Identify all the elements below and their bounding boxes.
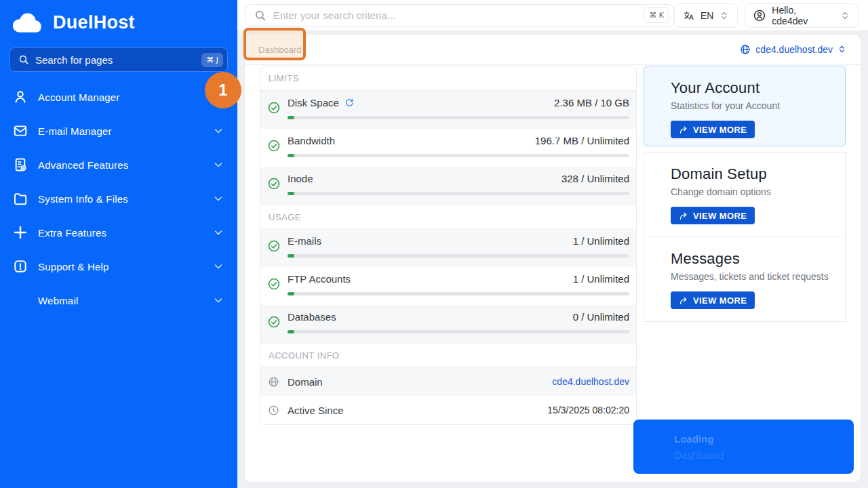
stat-label: Databases [288, 311, 336, 323]
sidebar-item-extra-features[interactable]: Extra Features [0, 216, 237, 249]
sidebar-item-webmail[interactable]: Webmail [0, 283, 237, 317]
domain-setup-card: Domain Setup Change domain options VIEW … [644, 152, 845, 237]
sidebar-item-label: Extra Features [38, 227, 203, 239]
breadcrumb[interactable]: Dashboard [258, 45, 302, 55]
progress-fill [288, 192, 294, 195]
button-label: VIEW MORE [693, 125, 747, 135]
progress-bar [288, 192, 629, 195]
global-search[interactable]: ⌘ K [245, 4, 674, 27]
info-label: Domain [288, 376, 323, 388]
view-more-account-button[interactable]: VIEW MORE [671, 121, 755, 138]
stat-row-inode: Inode 328 / Unlimited [260, 167, 636, 205]
stat-label: E-mails [288, 235, 321, 247]
your-account-card: Your Account Statistics for your Account… [644, 66, 846, 146]
check-circle-icon [268, 102, 280, 114]
brand-name: DuelHost [53, 12, 135, 33]
domain-link[interactable]: cde4.duelhost.dev [552, 376, 629, 387]
language-selector[interactable]: EN [674, 3, 738, 28]
sidebar-item-advanced-features[interactable]: Advanced Features [0, 148, 237, 182]
stats-card: LIMITS Disk Space 2.36 MB / 10 GB [260, 66, 637, 425]
stat-row-databases: Databases 0 / Unlimited [260, 305, 636, 343]
user-menu[interactable]: Hello, cde4dev [745, 3, 859, 28]
shortcut-badge: ⌘ J [201, 53, 223, 67]
user-greeting: Hello, cde4dev [772, 5, 834, 26]
brand[interactable]: DuelHost [0, 0, 237, 42]
cloud-logo-icon [9, 9, 45, 35]
progress-bar [288, 154, 629, 157]
stat-label: Inode [288, 173, 313, 184]
sidebar-item-label: Support & Help [38, 261, 203, 272]
stat-value: 1 / Unlimited [573, 273, 629, 285]
domain-selector-label: cde4.duelhost.dev [755, 44, 833, 55]
unfold-icon [840, 11, 850, 20]
section-header-account-info: ACCOUNT INFO [260, 343, 636, 367]
view-more-messages-button[interactable]: VIEW MORE [671, 291, 755, 309]
stat-label: Disk Space [288, 97, 339, 108]
alert-square-icon [13, 259, 28, 274]
check-circle-icon [268, 140, 280, 152]
global-search-input[interactable] [273, 9, 637, 21]
unfold-icon [837, 45, 847, 54]
progress-bar [288, 292, 629, 296]
chevron-down-icon [213, 159, 224, 170]
promo-group-card: Domain Setup Change domain options VIEW … [644, 152, 846, 322]
messages-card: Messages Messages, tickets and ticket re… [644, 237, 845, 321]
check-circle-icon [268, 240, 280, 252]
chevron-down-icon [213, 295, 224, 306]
stat-label: Bandwidth [288, 135, 335, 146]
folder-icon [13, 191, 28, 206]
shortcut-badge: ⌘ K [644, 7, 669, 23]
sidebar-item-label: Webmail [38, 295, 203, 306]
sidebar-item-system-info-files[interactable]: System Info & Files [0, 182, 237, 216]
globe-icon [740, 44, 751, 55]
card-subtitle: Messages, tickets and ticket requests [671, 271, 831, 282]
info-value: 15/3/2025 08:02:20 [547, 405, 629, 415]
view-more-domain-button[interactable]: VIEW MORE [671, 207, 755, 224]
card-subtitle: Statistics for your Account [671, 100, 831, 111]
unfold-icon [719, 11, 729, 20]
search-icon [18, 54, 29, 65]
content-card: Dashboard cde4.duelhost.dev LIMITS Disk … [244, 34, 861, 483]
stat-row-ftp-accounts: FTP Accounts 1 / Unlimited [260, 267, 636, 305]
sidebar-item-email-manager[interactable]: E-mail Manager [0, 114, 237, 148]
annotation-step-badge: 1 [205, 72, 241, 108]
sidebar-search[interactable]: ⌘ J [9, 47, 228, 72]
check-circle-icon [268, 278, 280, 290]
language-label: EN [701, 10, 713, 21]
stat-row-bandwidth: Bandwidth 196.7 MB / Unlimited [260, 129, 636, 167]
sidebar-nav: Account Manager E-mail Manager Advanced … [0, 80, 237, 317]
document-gear-icon [13, 157, 28, 172]
refresh-icon[interactable] [344, 98, 354, 108]
stat-value: 196.7 MB / Unlimited [535, 135, 629, 146]
progress-bar [288, 116, 629, 119]
breadcrumb-row: Dashboard cde4.duelhost.dev [245, 35, 861, 65]
chevron-down-icon [213, 261, 224, 272]
sidebar-item-label: System Info & Files [38, 193, 203, 205]
sidebar-item-support-help[interactable]: Support & Help [0, 249, 237, 283]
stat-value: 2.36 MB / 10 GB [554, 97, 629, 108]
plus-icon [13, 225, 28, 240]
button-label: VIEW MORE [693, 296, 747, 306]
domain-selector[interactable]: cde4.duelhost.dev [740, 44, 847, 55]
user-icon [13, 89, 28, 104]
toast-title: Loading [674, 433, 854, 445]
section-header-limits: LIMITS [260, 66, 636, 91]
stat-row-disk-space: Disk Space 2.36 MB / 10 GB [260, 91, 636, 129]
check-circle-icon [268, 316, 280, 328]
info-label: Active Since [288, 405, 344, 416]
info-row-active-since: Active Since 15/3/2025 08:02:20 [260, 396, 636, 424]
card-subtitle: Change domain options [671, 186, 831, 197]
mail-icon [13, 123, 28, 138]
sidebar: DuelHost ⌘ J Account Manager E-mail Mana… [0, 0, 237, 488]
main-area: ⌘ K EN Hello, cde4dev Dashboard cde4.due… [237, 0, 868, 488]
chevron-down-icon [213, 125, 224, 136]
topbar: ⌘ K EN Hello, cde4dev [237, 0, 868, 31]
sidebar-search-input[interactable] [35, 54, 195, 66]
loading-toast: Loading Dashboard [633, 420, 854, 474]
card-title: Your Account [671, 79, 831, 97]
card-title: Messages [671, 250, 831, 268]
progress-fill [288, 254, 294, 258]
external-link-icon [679, 125, 688, 134]
sidebar-item-account-manager[interactable]: Account Manager [0, 80, 237, 114]
translate-icon [683, 10, 694, 21]
